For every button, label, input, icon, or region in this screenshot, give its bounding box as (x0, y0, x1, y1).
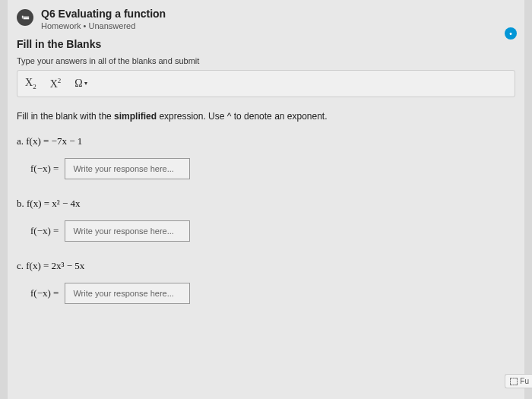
section-subtitle: Type your answers in all of the blanks a… (17, 56, 515, 65)
problem-c-label: c. f(x) = 2x³ − 5x (17, 260, 515, 272)
expand-icon (510, 378, 518, 385)
problem-c-input[interactable] (65, 283, 190, 304)
question-title: Q6 Evaluating a function (41, 8, 166, 20)
problem-b-lhs: f(−x) = (30, 225, 59, 237)
question-page: • ≔ Q6 Evaluating a function Homework • … (8, 0, 524, 399)
chevron-down-icon: ▾ (84, 80, 87, 87)
question-header-text: Q6 Evaluating a function Homework • Unan… (41, 8, 166, 30)
problem-c-lhs: f(−x) = (30, 287, 59, 299)
math-toolbar: X2 X2 Ω ▾ (17, 70, 515, 97)
question-subtitle: Homework • Unanswered (41, 21, 166, 30)
instruction-text: Fill in the blank with the simplified ex… (17, 111, 515, 122)
problem-a-lhs: f(−x) = (30, 163, 59, 175)
fullscreen-badge[interactable]: Fu (505, 374, 532, 388)
question-type-icon: ≔ (17, 9, 33, 26)
problem-c-answer-row: f(−x) = (30, 283, 515, 304)
info-dot-icon[interactable]: • (505, 27, 517, 40)
problem-a-input[interactable] (65, 158, 190, 179)
problem-b-label: b. f(x) = x² − 4x (17, 198, 515, 210)
fullscreen-label: Fu (520, 377, 529, 385)
problem-b-input[interactable] (65, 220, 190, 242)
superscript-button[interactable]: X2 (50, 77, 62, 90)
problem-b-answer-row: f(−x) = (30, 220, 515, 242)
symbol-picker-button[interactable]: Ω ▾ (74, 78, 87, 90)
problem-a-answer-row: f(−x) = (30, 158, 515, 179)
question-header: ≔ Q6 Evaluating a function Homework • Un… (17, 8, 515, 30)
problem-a-label: a. f(x) = −7x − 1 (17, 135, 515, 147)
section-title: Fill in the Blanks (17, 38, 515, 50)
subscript-button[interactable]: X2 (25, 77, 36, 90)
